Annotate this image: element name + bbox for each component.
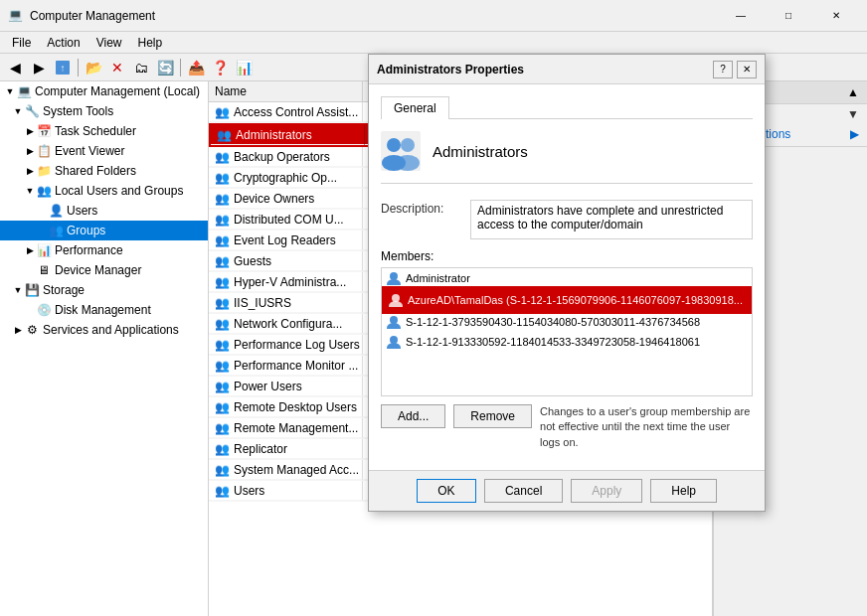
dialog-footer: OK Cancel Apply Help [369, 470, 765, 511]
tree-groups-label: Groups [67, 224, 105, 237]
shared-folders-icon: 📁 [36, 163, 52, 179]
dialog-action-row: Add... Remove Changes to a user's group … [381, 404, 753, 450]
member-icon [388, 292, 404, 308]
dialog-help-button[interactable]: ? [713, 61, 733, 78]
tree-task-scheduler[interactable]: ▶ 📅 Task Scheduler [0, 121, 208, 141]
dialog-description-row: Description: Administrators have complet… [381, 200, 753, 239]
member-item-azuread[interactable]: AzureAD\TamalDas (S-1-12-1-1569079906-11… [382, 288, 752, 312]
remove-button[interactable]: Remove [453, 404, 532, 428]
member-item-sid2[interactable]: S-1-12-1-3793590430-1154034080-570303011… [382, 312, 752, 332]
menu-help[interactable]: Help [130, 34, 171, 51]
row-name: Power Users [234, 380, 302, 393]
dialog-tab-general[interactable]: General [381, 96, 449, 119]
dialog-tab-bar: General [381, 96, 753, 119]
row-icon: 👥 [215, 400, 230, 414]
row-icon: 👥 [215, 463, 230, 477]
local-users-icon: 👥 [36, 183, 52, 199]
administrators-properties-dialog: Administrators Properties ? ✕ General [368, 54, 766, 512]
users-icon: 👤 [48, 203, 64, 219]
services-icon: ⚙ [24, 322, 40, 338]
tree-disk-management[interactable]: 💿 Disk Management [0, 300, 208, 320]
tree-toggle-root[interactable]: ▼ [4, 86, 16, 96]
member-name: S-1-12-1-3793590430-1154034080-570303011… [406, 316, 700, 328]
row-name: Distributed COM U... [234, 213, 344, 227]
toolbar-extra[interactable]: 📊 [233, 57, 255, 78]
tree-users[interactable]: 👤 Users [0, 201, 208, 221]
row-name: Remote Management... [234, 421, 358, 435]
add-button[interactable]: Add... [381, 404, 445, 428]
row-name: Administrators [236, 128, 312, 142]
actions-scroll-up[interactable]: ▲ [847, 85, 859, 99]
dialog-group-icon [381, 131, 421, 171]
member-item-sid3[interactable]: S-1-12-1-913330592-1184014533-3349723058… [382, 332, 752, 352]
tree-root-label: Computer Management (Local) [35, 84, 200, 98]
tree-services-label: Services and Applications [43, 323, 179, 337]
member-icon [386, 334, 402, 350]
dialog-description-value[interactable]: Administrators have complete and unrestr… [470, 200, 753, 239]
member-item-administrator[interactable]: Administrator [382, 268, 752, 288]
event-viewer-icon: 📋 [36, 143, 52, 159]
tree-toggle-svc[interactable]: ▶ [12, 325, 24, 335]
tree-event-viewer[interactable]: ▶ 📋 Event Viewer [0, 141, 208, 161]
toolbar-back[interactable]: ◀ [4, 57, 26, 78]
toolbar-open[interactable]: 📂 [83, 57, 104, 78]
tree-toggle-perf[interactable]: ▶ [24, 245, 36, 255]
minimize-button[interactable]: — [718, 6, 764, 26]
row-name: System Managed Acc... [234, 463, 359, 477]
tree-toggle-localusers[interactable]: ▼ [24, 186, 36, 196]
dialog-close-button[interactable]: ✕ [737, 61, 757, 78]
actions-scroll-down[interactable]: ▼ [847, 107, 859, 121]
toolbar-up[interactable]: ↑ [52, 57, 74, 78]
row-name: Remote Desktop Users [234, 400, 357, 414]
toolbar-help[interactable]: ❓ [209, 57, 231, 78]
help-button[interactable]: Help [650, 479, 717, 503]
close-button[interactable]: ✕ [813, 6, 859, 26]
tree-toggle-event[interactable]: ▶ [24, 146, 36, 156]
tree-system-tools[interactable]: ▼ 🔧 System Tools [0, 101, 208, 121]
member-icon [386, 270, 402, 286]
row-icon: 👥 [215, 380, 230, 393]
row-name: Performance Log Users [234, 338, 360, 352]
disk-management-icon: 💿 [36, 302, 52, 318]
tree-storage[interactable]: ▼ 💾 Storage [0, 280, 208, 300]
tree-root[interactable]: ▼ 💻 Computer Management (Local) [0, 81, 208, 101]
row-name: Cryptographic Op... [234, 171, 337, 185]
tree-storage-label: Storage [43, 283, 85, 297]
tree-toggle-system[interactable]: ▼ [12, 106, 24, 116]
cancel-button[interactable]: Cancel [484, 479, 563, 503]
tree-shared-folders[interactable]: ▶ 📁 Shared Folders [0, 161, 208, 181]
toolbar-refresh[interactable]: 🔄 [154, 57, 176, 78]
tree-services-apps[interactable]: ▶ ⚙ Services and Applications [0, 320, 208, 340]
row-icon: 👥 [215, 421, 230, 435]
row-name: Network Configura... [234, 317, 342, 331]
tree-local-users[interactable]: ▼ 👥 Local Users and Groups [0, 181, 208, 201]
tree-groups[interactable]: 👥 Groups [0, 221, 208, 240]
row-icon: 👥 [215, 254, 230, 268]
tree-toggle-storage[interactable]: ▼ [12, 285, 24, 295]
row-name: Users [234, 484, 264, 498]
tree-toggle-task[interactable]: ▶ [24, 126, 36, 136]
apply-button[interactable]: Apply [571, 479, 642, 503]
row-icon: 👥 [215, 442, 230, 456]
name-column-header[interactable]: Name [209, 81, 363, 101]
tree-toggle-shared[interactable]: ▶ [24, 166, 36, 176]
toolbar-delete[interactable]: ✕ [106, 57, 128, 78]
row-icon: 👥 [215, 317, 230, 331]
performance-icon: 📊 [36, 242, 52, 258]
actions-more-arrow: ▶ [850, 127, 859, 141]
toolbar-properties[interactable]: 🗂 [130, 57, 152, 78]
menu-file[interactable]: File [4, 34, 39, 51]
computer-icon: 💻 [16, 83, 32, 99]
row-icon: 👥 [215, 171, 230, 185]
tree-panel: ▼ 💻 Computer Management (Local) ▼ 🔧 Syst… [0, 81, 209, 616]
tree-performance[interactable]: ▶ 📊 Performance [0, 240, 208, 260]
menu-view[interactable]: View [88, 34, 130, 51]
ok-button[interactable]: OK [417, 479, 476, 503]
tree-device-manager[interactable]: 🖥 Device Manager [0, 260, 208, 280]
maximize-button[interactable]: □ [766, 6, 811, 26]
menu-action[interactable]: Action [39, 34, 87, 51]
tree-shared-folders-label: Shared Folders [55, 164, 136, 178]
toolbar-forward[interactable]: ▶ [28, 57, 50, 78]
toolbar-export[interactable]: 📤 [185, 57, 207, 78]
dialog-title: Administrators Properties [377, 63, 713, 77]
